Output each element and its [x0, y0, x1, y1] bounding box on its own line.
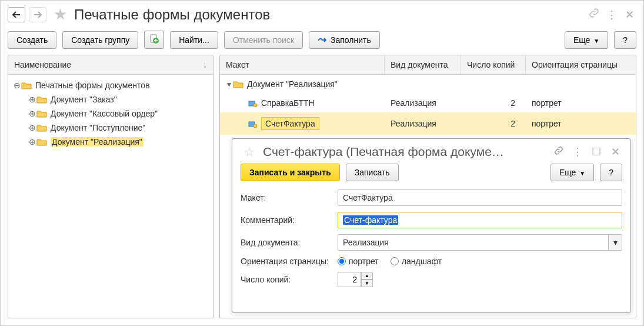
- cancel-search-button[interactable]: Отменить поиск: [224, 31, 303, 49]
- link-icon[interactable]: [587, 8, 601, 21]
- more-button[interactable]: Еще ▼: [565, 31, 608, 49]
- link-icon[interactable]: [552, 146, 566, 158]
- back-button[interactable]: [8, 7, 25, 22]
- expand-icon[interactable]: ⊕: [28, 95, 36, 104]
- field-orientation: Ориентация страницы: портрет ландшафт: [241, 257, 622, 266]
- favorite-icon[interactable]: ☆: [244, 145, 255, 159]
- help-button[interactable]: ?: [614, 31, 636, 49]
- folder-icon: [36, 109, 47, 118]
- tree-item[interactable]: ⊕ Документ "Заказ": [11, 92, 211, 107]
- content-area: Наименование↓ ⊖ Печатные формы документо…: [1, 55, 643, 325]
- maximize-icon[interactable]: ☐: [589, 145, 603, 158]
- main-toolbar: Создать Создать группу Найти... Отменить…: [1, 28, 643, 55]
- grid-body: ▾ Документ "Реализация" СправкаБТТН Реал…: [220, 75, 636, 318]
- save-button[interactable]: Записать: [346, 164, 399, 181]
- grid-row[interactable]: СправкаБТТН Реализация 2 портрет: [220, 94, 636, 112]
- col-orientation[interactable]: Ориентация страницы: [526, 55, 636, 74]
- folder-icon: [36, 124, 47, 132]
- favorite-icon[interactable]: ★: [54, 5, 67, 24]
- collapse-icon[interactable]: ⊖: [13, 81, 21, 90]
- grid-group-row[interactable]: ▾ Документ "Реализация": [220, 75, 636, 94]
- menu-icon[interactable]: ⋮: [605, 8, 619, 21]
- tree-header: Наименование↓: [8, 55, 213, 75]
- expand-icon[interactable]: ⊕: [28, 123, 36, 132]
- detail-subwindow: ☆ Счет-фактура (Печатная форма докуме… ⋮…: [232, 138, 631, 313]
- radio-portrait-input[interactable]: [338, 257, 346, 265]
- tree-item[interactable]: ⊕ Документ "Кассовый ордер": [11, 107, 211, 121]
- fill-icon: [318, 36, 327, 44]
- subwindow-title: Счет-фактура (Печатная форма докуме…: [263, 145, 547, 159]
- col-name[interactable]: Наименование↓: [8, 55, 213, 74]
- spin-down-button[interactable]: ▼: [361, 280, 373, 287]
- create-button[interactable]: Создать: [8, 31, 56, 49]
- add-item-button[interactable]: [144, 31, 164, 49]
- close-icon[interactable]: ✕: [608, 145, 622, 158]
- radio-portrait[interactable]: портрет: [338, 257, 379, 266]
- folder-icon: [233, 80, 243, 88]
- folder-icon: [21, 81, 32, 89]
- field-copies: Число копий: ▲ ▼: [241, 272, 622, 287]
- fill-button[interactable]: Заполнить: [309, 31, 380, 49]
- more-button[interactable]: Еще ▼: [550, 164, 594, 181]
- maket-input[interactable]: СчетФактура: [338, 189, 622, 206]
- comment-input[interactable]: Счет-фактура: [338, 212, 622, 228]
- radio-landscape-input[interactable]: [391, 257, 399, 265]
- expand-icon[interactable]: ⊕: [28, 137, 36, 147]
- field-maket: Макет: СчетФактура: [241, 189, 622, 206]
- svg-point-5: [253, 124, 257, 128]
- doc-type-select[interactable]: Реализация: [338, 234, 608, 251]
- titlebar: ★ Печатные формы документов ⋮ ✕: [1, 1, 643, 28]
- save-close-button[interactable]: Записать и закрыть: [241, 164, 340, 181]
- folder-icon: [36, 95, 47, 104]
- col-doc-type[interactable]: Вид документа: [385, 55, 461, 74]
- grid-header: Макет Вид документа Число копий Ориентац…: [220, 55, 636, 75]
- copies-input[interactable]: [338, 272, 361, 287]
- tree-body: ⊖ Печатные формы документов ⊕ Документ "…: [8, 75, 213, 318]
- collapse-icon[interactable]: ▾: [225, 79, 233, 89]
- grid-panel: Макет Вид документа Число копий Ориентац…: [219, 55, 636, 318]
- col-copies[interactable]: Число копий: [461, 55, 526, 74]
- field-doc-type: Вид документа: Реализация ▾: [241, 234, 622, 251]
- close-icon[interactable]: ✕: [622, 8, 636, 21]
- tree-item-selected[interactable]: ⊕ Документ "Реализация": [11, 135, 211, 149]
- svg-point-3: [253, 104, 257, 107]
- create-group-button[interactable]: Создать группу: [62, 31, 138, 49]
- tree-root[interactable]: ⊖ Печатные формы документов: [11, 78, 211, 92]
- tree-panel: Наименование↓ ⊖ Печатные формы документо…: [8, 55, 213, 318]
- subwindow-toolbar: Записать и закрыть Записать Еще ▼ ?: [241, 164, 622, 181]
- field-comment: Комментарий: Счет-фактура: [241, 212, 622, 228]
- dropdown-button[interactable]: ▾: [608, 234, 622, 251]
- find-button[interactable]: Найти...: [170, 31, 218, 49]
- doc-icon: [248, 99, 258, 107]
- copies-spinner: ▲ ▼: [338, 272, 375, 287]
- subwindow-titlebar: ☆ Счет-фактура (Печатная форма докуме… ⋮…: [241, 145, 622, 159]
- doc-icon: [248, 120, 258, 127]
- spin-up-button[interactable]: ▲: [361, 272, 373, 280]
- expand-icon[interactable]: ⊕: [28, 109, 36, 118]
- radio-landscape[interactable]: ландшафт: [391, 257, 442, 266]
- main-window: ★ Печатные формы документов ⋮ ✕ Создать …: [0, 0, 644, 326]
- tree-item[interactable]: ⊕ Документ "Поступление": [11, 121, 211, 135]
- menu-icon[interactable]: ⋮: [570, 145, 585, 158]
- col-maket[interactable]: Макет: [220, 55, 385, 74]
- grid-row-selected[interactable]: СчетФактура Реализация 2 портрет: [220, 112, 636, 135]
- help-button[interactable]: ?: [600, 164, 622, 181]
- window-title: Печатные формы документов: [74, 6, 583, 23]
- forward-button[interactable]: [29, 7, 46, 22]
- sort-indicator-icon: ↓: [203, 60, 207, 69]
- folder-icon: [36, 138, 47, 146]
